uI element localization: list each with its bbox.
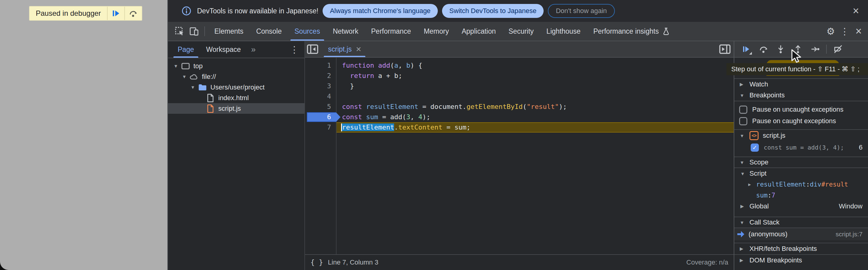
collapsed-triangle-icon[interactable]: ▶ bbox=[740, 82, 745, 87]
tab-application[interactable]: Application bbox=[455, 22, 502, 41]
navigator-kebab-icon[interactable]: ⋮ bbox=[290, 44, 304, 55]
breakpoint-flag-line-6[interactable]: 6 bbox=[305, 112, 336, 122]
code-line-5[interactable]: const resultElement = document.getElemen… bbox=[337, 102, 734, 112]
code-token: , bbox=[410, 113, 418, 121]
inspect-element-icon[interactable] bbox=[172, 22, 187, 41]
resume-script-button[interactable] bbox=[737, 41, 754, 57]
checkbox-unchecked[interactable] bbox=[739, 106, 747, 114]
call-stack-frame[interactable]: (anonymous) script.js:7 bbox=[734, 228, 868, 240]
collapsed-triangle-icon[interactable]: ▶ bbox=[748, 182, 754, 187]
step-into-button[interactable] bbox=[772, 41, 789, 57]
tree-item-script-js[interactable]: script.js bbox=[168, 103, 304, 114]
overlay-step-over-button[interactable] bbox=[124, 7, 142, 20]
line-number[interactable]: 1 bbox=[305, 60, 336, 71]
flask-icon bbox=[662, 27, 670, 36]
tree-item-project-folder[interactable]: ▼ Users/user/project bbox=[168, 82, 304, 92]
tab-label: Memory bbox=[424, 27, 449, 35]
step-out-button[interactable] bbox=[789, 41, 806, 57]
expanded-triangle-icon[interactable]: ▼ bbox=[740, 93, 745, 98]
expanded-triangle-icon[interactable]: ▼ bbox=[740, 171, 746, 176]
code-token: = sum; bbox=[442, 123, 470, 131]
editor-tab-close-icon[interactable]: × bbox=[356, 44, 362, 54]
spacer bbox=[734, 240, 868, 243]
scope-global-group[interactable]: ▶ Global Window bbox=[734, 201, 868, 212]
toggle-debugger-sidebar-icon[interactable] bbox=[717, 41, 733, 57]
collapsed-triangle-icon[interactable]: ▶ bbox=[740, 204, 746, 209]
devtools-close-icon[interactable]: × bbox=[851, 25, 866, 38]
expanded-triangle-icon[interactable]: ▼ bbox=[740, 133, 745, 138]
code-lines: function add(a, b) { return a + b; }cons… bbox=[337, 58, 734, 254]
code-line-6[interactable]: const sum = add(3, 4); bbox=[337, 112, 734, 122]
tab-page[interactable]: Page bbox=[176, 41, 196, 58]
pretty-print-braces-icon[interactable]: { } bbox=[310, 259, 323, 266]
tab-performance[interactable]: Performance bbox=[365, 22, 417, 41]
settings-gear-icon[interactable]: ⚙ bbox=[824, 26, 838, 37]
tab-console[interactable]: Console bbox=[250, 22, 288, 41]
collapsed-triangle-icon[interactable]: ▶ bbox=[740, 258, 745, 263]
tree-item-file-scheme[interactable]: ▼ file:// bbox=[168, 71, 304, 82]
tab-security[interactable]: Security bbox=[502, 22, 540, 41]
section-label: Breakpoints bbox=[749, 91, 785, 99]
section-watch[interactable]: ▶ Watch bbox=[734, 78, 868, 90]
step-button[interactable] bbox=[806, 41, 824, 57]
section-scope[interactable]: ▼ Scope bbox=[734, 156, 868, 168]
code-line-3[interactable]: } bbox=[337, 81, 734, 91]
code-token: textContent bbox=[398, 123, 442, 131]
always-match-language-button[interactable]: Always match Chrome's language bbox=[322, 4, 438, 18]
breakpoint-snippet: const sum = add(3, 4); bbox=[764, 144, 844, 151]
var-value-tag: div bbox=[810, 181, 821, 188]
code-line-1[interactable]: function add(a, b) { bbox=[337, 60, 734, 71]
tab-performance-insights[interactable]: Performance insights bbox=[587, 22, 677, 41]
editor-tab-script-js[interactable]: script.js × bbox=[322, 41, 367, 57]
scope-script-group[interactable]: ▼ Script bbox=[734, 168, 868, 179]
step-over-button[interactable] bbox=[754, 41, 772, 57]
tab-network[interactable]: Network bbox=[327, 22, 365, 41]
section-breakpoints[interactable]: ▼ Breakpoints bbox=[734, 90, 868, 101]
overlay-resume-button[interactable] bbox=[107, 7, 124, 20]
dont-show-again-button[interactable]: Don't show again bbox=[548, 4, 615, 18]
checkbox-checked[interactable]: ✓ bbox=[751, 144, 759, 152]
checkbox-unchecked[interactable] bbox=[739, 117, 747, 125]
section-xhr-breakpoints[interactable]: ▶ XHR/fetch Breakpoints bbox=[734, 243, 868, 254]
pause-uncaught-exceptions-row[interactable]: Pause on uncaught exceptions bbox=[734, 104, 868, 115]
more-options-kebab-icon[interactable]: ⋮ bbox=[838, 26, 851, 37]
breakpoint-file-label: script.js bbox=[763, 132, 785, 140]
code-line-7[interactable]: resultElement.textContent = sum; bbox=[337, 122, 734, 132]
infobar-close-icon[interactable]: × bbox=[848, 0, 863, 22]
breakpoint-entry[interactable]: ✓ const sum = add(3, 4); 6 bbox=[734, 141, 868, 153]
code-line-4[interactable] bbox=[337, 91, 734, 102]
editor-gutter: 1234567 bbox=[305, 58, 337, 254]
more-tabs-chevron-icon[interactable]: » bbox=[251, 45, 256, 54]
tab-elements[interactable]: Elements bbox=[208, 22, 250, 41]
scope-var-resultElement[interactable]: ▶ resultElement: div#result bbox=[734, 179, 868, 190]
section-call-stack[interactable]: ▼ Call Stack bbox=[734, 217, 868, 228]
switch-devtools-japanese-button[interactable]: Switch DevTools to Japanese bbox=[442, 4, 544, 18]
device-toolbar-icon[interactable] bbox=[187, 22, 201, 41]
pause-caught-exceptions-row[interactable]: Pause on caught exceptions bbox=[734, 115, 868, 127]
resume-icon bbox=[111, 9, 120, 18]
line-number[interactable]: 7 bbox=[305, 122, 336, 132]
tree-item-top[interactable]: ▼ top bbox=[168, 61, 304, 71]
tab-memory[interactable]: Memory bbox=[417, 22, 455, 41]
expander-icon[interactable]: ▼ bbox=[172, 63, 180, 68]
expanded-triangle-icon[interactable]: ▼ bbox=[740, 220, 745, 225]
tab-sources[interactable]: Sources bbox=[288, 22, 326, 41]
line-number[interactable]: 5 bbox=[305, 102, 336, 112]
toggle-navigator-sidebar-icon[interactable] bbox=[305, 41, 320, 57]
collapsed-triangle-icon[interactable]: ▶ bbox=[740, 246, 745, 251]
section-dom-breakpoints[interactable]: ▶ DOM Breakpoints bbox=[734, 254, 868, 266]
deactivate-breakpoints-button[interactable] bbox=[829, 41, 846, 57]
expander-icon[interactable]: ▼ bbox=[189, 85, 197, 90]
tab-workspace[interactable]: Workspace bbox=[204, 41, 243, 58]
line-number[interactable]: 2 bbox=[305, 71, 336, 81]
expander-icon[interactable]: ▼ bbox=[180, 74, 189, 79]
scope-var-sum[interactable]: sum: 7 bbox=[734, 190, 868, 201]
code-line-2[interactable]: return a + b; bbox=[337, 71, 734, 81]
line-number[interactable]: 4 bbox=[305, 91, 336, 102]
source-editor-panel: script.js × 1234567 function add(a, b) {… bbox=[305, 41, 734, 270]
tab-lighthouse[interactable]: Lighthouse bbox=[540, 22, 587, 41]
expanded-triangle-icon[interactable]: ▼ bbox=[740, 160, 745, 165]
breakpoint-file-group[interactable]: ▼ <> script.js bbox=[734, 129, 868, 141]
tree-item-index-html[interactable]: index.html bbox=[168, 92, 304, 103]
line-number[interactable]: 3 bbox=[305, 81, 336, 91]
